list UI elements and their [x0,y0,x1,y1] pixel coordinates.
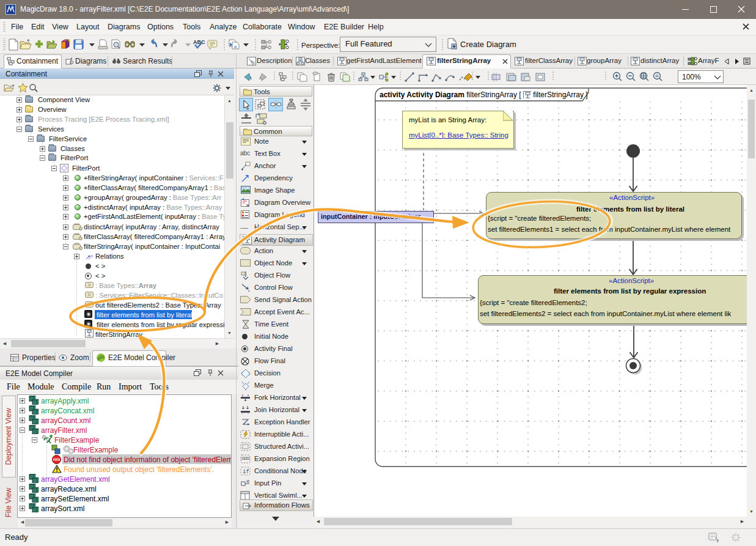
svg-text:if: if [243,469,249,475]
svg-text:STOP: STOP [54,459,60,461]
svg-text:⊡: ⊡ [246,479,249,483]
svg-text:ABC: ABC [193,39,205,45]
